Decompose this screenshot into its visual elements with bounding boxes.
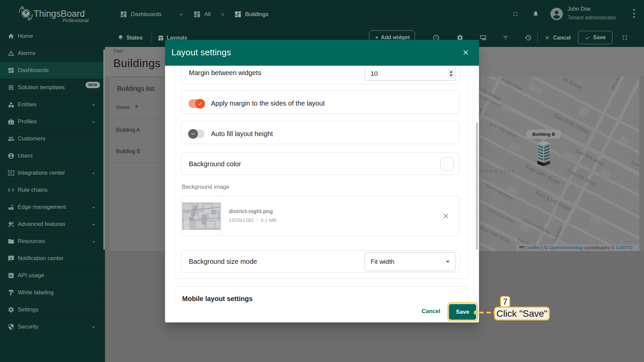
svg-text:MIDTOWN EAST: MIDTOWN EAST — [479, 169, 515, 174]
svg-text:Building B: Building B — [532, 132, 555, 137]
